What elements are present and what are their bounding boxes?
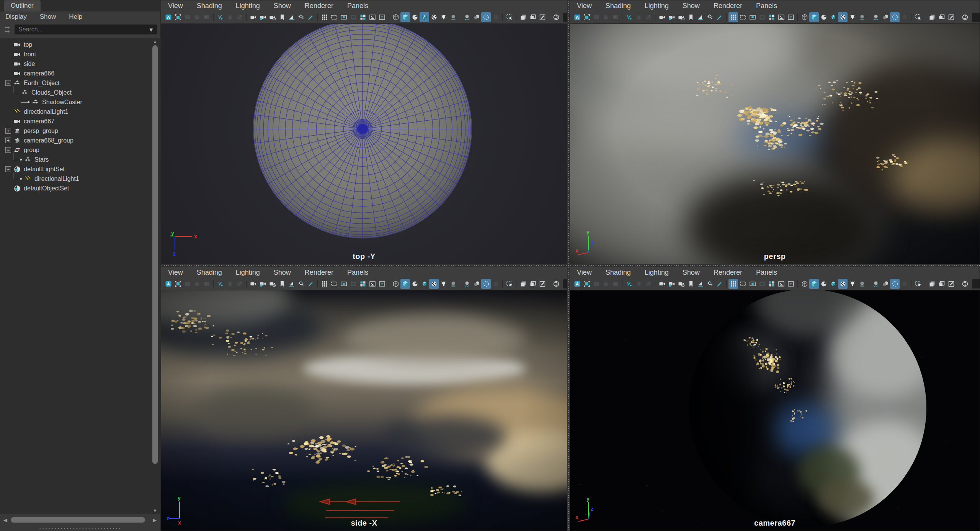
dof-off-icon[interactable] xyxy=(900,12,909,22)
image-plane-icon[interactable] xyxy=(696,12,705,22)
tree-item-group[interactable]: −group xyxy=(0,145,150,155)
select-camera-icon[interactable] xyxy=(248,12,258,22)
film-gate2-icon[interactable] xyxy=(738,12,748,22)
pan-zoom-icon[interactable] xyxy=(705,279,715,289)
grid-icon[interactable] xyxy=(320,279,329,289)
viewport-menu-shading[interactable]: Shading xyxy=(197,269,222,277)
ssao-icon[interactable] xyxy=(462,12,472,22)
textured-icon[interactable] xyxy=(429,12,439,22)
outliner-menu-help[interactable]: Help xyxy=(69,13,82,21)
wireframe-on-shaded-icon[interactable] xyxy=(828,12,838,22)
tree-item-directionallight1[interactable]: directionalLight1 xyxy=(0,107,150,116)
camera-attrs-icon[interactable] xyxy=(676,279,686,289)
lock-camera-icon[interactable] xyxy=(667,12,676,22)
field-chart2-icon[interactable] xyxy=(767,279,776,289)
xray-icon[interactable] xyxy=(927,12,937,22)
xray-icon[interactable] xyxy=(927,279,937,289)
exposure-icon[interactable] xyxy=(960,279,970,289)
lights-icon[interactable] xyxy=(848,279,857,289)
anti-aliasing-icon[interactable] xyxy=(481,12,491,22)
res-gate-off-icon[interactable] xyxy=(591,12,601,22)
isolate-select-icon[interactable] xyxy=(505,279,514,289)
region-off-icon[interactable] xyxy=(644,12,653,22)
tree-item-persp_group[interactable]: +persp_group xyxy=(0,126,150,136)
tree-item-front[interactable]: front xyxy=(0,49,150,59)
collapse-icon[interactable]: − xyxy=(5,166,11,172)
motion-blur-icon[interactable] xyxy=(472,12,481,22)
letter-a-icon[interactable]: A xyxy=(572,279,582,289)
tree-item-defaultobjectset[interactable]: defaultObjectSet xyxy=(0,184,150,193)
xray-active-icon[interactable] xyxy=(537,12,547,22)
dof-off-icon[interactable] xyxy=(491,12,500,22)
film-gate2-icon[interactable] xyxy=(329,279,339,289)
pan-zoom-icon[interactable] xyxy=(705,12,715,22)
field-chart-off-icon[interactable] xyxy=(202,279,211,289)
pan-zoom-icon[interactable] xyxy=(296,279,306,289)
viewport-menu-view[interactable]: View xyxy=(168,2,183,10)
pan-zoom-icon[interactable] xyxy=(296,12,306,22)
region-off-icon[interactable] xyxy=(644,279,653,289)
region-off-icon[interactable] xyxy=(235,279,244,289)
exposure-icon[interactable] xyxy=(551,279,561,289)
xray-active-icon[interactable] xyxy=(946,279,956,289)
viewport-menu-lighting[interactable]: Lighting xyxy=(236,2,260,10)
bookmark-icon[interactable] xyxy=(686,279,696,289)
directional-light-manipulator[interactable] xyxy=(307,497,413,521)
film-gate-icon[interactable] xyxy=(173,279,183,289)
gate-mask-off-icon[interactable] xyxy=(601,12,611,22)
res-gate2-icon[interactable] xyxy=(339,279,348,289)
gate-mask-off-icon[interactable] xyxy=(192,12,202,22)
textured-icon[interactable] xyxy=(429,279,439,289)
smooth-shade-icon[interactable] xyxy=(400,279,410,289)
grid-icon[interactable] xyxy=(320,12,329,22)
field-chart2-icon[interactable] xyxy=(767,12,776,22)
wire-cube-icon[interactable] xyxy=(800,12,809,22)
motion-blur-icon[interactable] xyxy=(880,12,890,22)
lights-icon[interactable] xyxy=(439,12,448,22)
anti-aliasing-icon[interactable] xyxy=(890,12,900,22)
outliner-menu-show[interactable]: Show xyxy=(40,13,56,21)
vray-icon[interactable]: V xyxy=(216,12,225,22)
lights-icon[interactable] xyxy=(439,279,448,289)
smooth-shade-icon[interactable] xyxy=(809,279,819,289)
safe-title-icon[interactable]: T xyxy=(786,12,795,22)
smooth-shade-icon[interactable] xyxy=(809,12,819,22)
viewport-menu-panels[interactable]: Panels xyxy=(347,269,368,277)
exposure-icon[interactable] xyxy=(551,12,561,22)
wire-cube-icon[interactable] xyxy=(800,279,809,289)
collapse-icon[interactable]: − xyxy=(5,147,11,153)
scroll-left-icon[interactable]: ◀ xyxy=(2,517,8,523)
shadows-icon[interactable] xyxy=(857,12,867,22)
dof-off-icon[interactable] xyxy=(900,279,909,289)
field-chart2-icon[interactable] xyxy=(358,12,368,22)
viewport-menu-lighting[interactable]: Lighting xyxy=(645,2,669,10)
viewport-menu-view[interactable]: View xyxy=(168,269,183,277)
res-gate-off-icon[interactable] xyxy=(591,279,601,289)
gate-mask2-icon[interactable] xyxy=(348,279,358,289)
xray-icon[interactable] xyxy=(518,12,528,22)
lock-camera-icon[interactable] xyxy=(258,12,268,22)
gate-mask2-icon[interactable] xyxy=(757,279,767,289)
image-plane-icon[interactable] xyxy=(696,279,705,289)
grid-icon[interactable] xyxy=(728,12,738,22)
viewport-menu-panels[interactable]: Panels xyxy=(756,269,777,277)
letter-a-icon[interactable]: A xyxy=(572,12,582,22)
field-chart-off-icon[interactable] xyxy=(611,12,620,22)
res-gate-off-icon[interactable] xyxy=(183,12,192,22)
shadows-icon[interactable] xyxy=(448,279,458,289)
outliner-menu-display[interactable]: Display xyxy=(5,13,27,21)
field-chart-off-icon[interactable] xyxy=(611,279,620,289)
isolate-select-icon[interactable] xyxy=(505,12,514,22)
res-gate-off-icon[interactable] xyxy=(183,279,192,289)
letter-d-off-icon[interactable]: D xyxy=(634,279,644,289)
res-gate2-icon[interactable] xyxy=(748,279,757,289)
xray-joints-icon[interactable] xyxy=(937,12,946,22)
ssao-icon[interactable] xyxy=(871,279,880,289)
letter-a-icon[interactable]: A xyxy=(163,279,173,289)
select-camera-icon[interactable] xyxy=(657,12,667,22)
default-mat-icon[interactable] xyxy=(819,279,828,289)
vray-icon[interactable]: V xyxy=(216,279,225,289)
isolate-select-icon[interactable] xyxy=(913,279,923,289)
grease-pencil-icon[interactable] xyxy=(715,279,724,289)
film-gate-icon[interactable] xyxy=(582,279,591,289)
